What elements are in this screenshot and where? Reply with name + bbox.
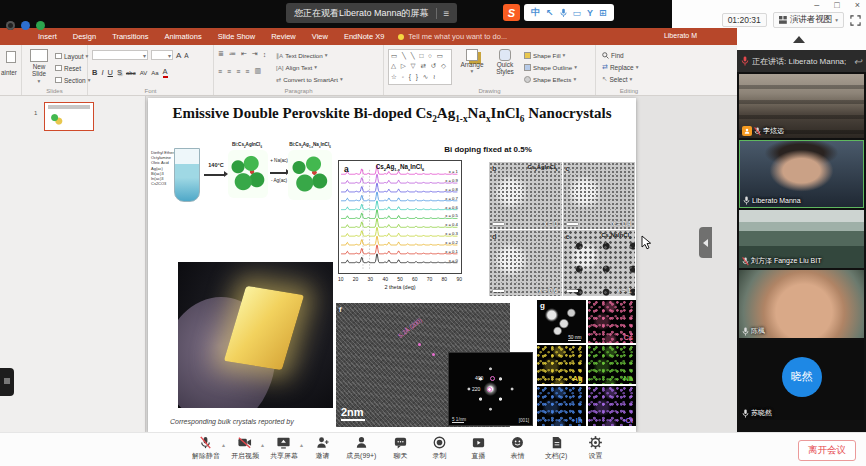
tab-design[interactable]: Design xyxy=(65,32,104,41)
scale-bar xyxy=(567,290,578,292)
participant-sidebar: 正在讲话: Liberato Manna; ↩ 李炫远 Liberato Man… xyxy=(737,50,866,432)
tab-endnote[interactable]: EndNote X9 xyxy=(336,32,392,41)
align-text-button[interactable]: [A]Align Text▾ xyxy=(276,61,343,73)
slide-thumbnail-panel[interactable]: 1 xyxy=(0,96,146,432)
numbering-button[interactable]: ≔ xyxy=(229,50,236,58)
members-button[interactable]: 成员(99+) xyxy=(342,435,381,461)
tab-review[interactable]: Review xyxy=(263,32,304,41)
chevron-down-icon: ▾ xyxy=(835,17,838,23)
participant-tile-3[interactable]: 刘方泽 Fangze Liu BIT xyxy=(739,210,864,268)
app-icon-dark[interactable] xyxy=(6,21,15,30)
slide-thumbnail-1[interactable] xyxy=(44,102,94,131)
slide-canvas[interactable]: Emissive Double Perovskite Bi-doped Cs2A… xyxy=(148,98,636,432)
ime-skin-icon[interactable]: Y xyxy=(587,8,593,18)
font-name-combobox[interactable]: ▾ xyxy=(92,50,148,60)
participant-name: 李炫远 xyxy=(763,126,784,136)
line-spacing-button[interactable]: ↕ xyxy=(263,51,267,58)
app-icon-blue[interactable] xyxy=(21,21,30,30)
edge-widget[interactable] xyxy=(0,368,14,396)
arrange-button[interactable]: Arrange▾ xyxy=(456,49,488,74)
ime-mic-icon[interactable] xyxy=(560,8,567,18)
invite-button[interactable]: 邀请 xyxy=(303,435,342,461)
tab-transitions[interactable]: Transitions xyxy=(104,32,156,41)
font-size-combobox[interactable]: ▾ xyxy=(151,50,173,60)
tab-slideshow[interactable]: Slide Show xyxy=(210,32,264,41)
bold-button[interactable]: B xyxy=(92,68,97,77)
sidebar-collapse-strip[interactable] xyxy=(737,30,866,50)
font-color-button[interactable]: A xyxy=(163,67,168,78)
text-shadow-button[interactable]: S xyxy=(117,68,122,77)
quick-styles-button[interactable]: Quick Styles xyxy=(488,49,522,75)
participant-tile-5[interactable]: 晓然 苏晓然 xyxy=(739,340,864,420)
settings-button[interactable]: 设置 xyxy=(576,435,615,461)
layout-button[interactable]: Layout▾ xyxy=(55,50,90,62)
fullscreen-icon[interactable] xyxy=(850,15,861,26)
tab-view[interactable]: View xyxy=(304,32,336,41)
replace-button[interactable]: ⇄Replace▾ xyxy=(602,61,639,73)
minimize-button[interactable]: – xyxy=(814,0,819,10)
account-name[interactable]: Liberato M xyxy=(664,32,697,39)
reset-button[interactable]: Reset xyxy=(55,62,90,74)
increase-font-button[interactable]: A xyxy=(176,51,181,60)
tell-me-box[interactable]: Tell me what you want to do... xyxy=(398,32,507,41)
docs-button[interactable]: 文档(2) xyxy=(537,435,576,461)
ime-cursor-icon[interactable]: ↖ xyxy=(546,8,554,18)
align-left-button[interactable]: ≡ xyxy=(218,68,222,75)
view-mode-dropdown[interactable]: 演讲者视图 ▾ xyxy=(773,12,844,28)
ime-grid-icon[interactable]: ⊞ xyxy=(599,8,607,18)
sidebar-collapse-handle[interactable] xyxy=(699,227,712,258)
indent-button[interactable]: ⇥ xyxy=(252,50,258,58)
outdent-button[interactable]: ⇤ xyxy=(241,50,247,58)
ime-keyboard-icon[interactable]: ▭ xyxy=(573,8,582,18)
ime-lang-icon[interactable]: 中 xyxy=(531,6,540,19)
align-right-button[interactable]: ≡ xyxy=(236,68,240,75)
mic-muted-icon xyxy=(742,257,749,266)
format-painter-label[interactable]: ainter xyxy=(1,69,17,76)
tab-insert[interactable]: Insert xyxy=(30,32,65,41)
justify-button[interactable]: ≡ xyxy=(245,68,249,75)
char-spacing-button[interactable]: AV xyxy=(140,70,148,76)
align-center-button[interactable]: ≡ xyxy=(227,68,231,75)
columns-button[interactable]: ▥ xyxy=(254,67,261,75)
find-button[interactable]: Find xyxy=(602,49,639,61)
tab-animations[interactable]: Animations xyxy=(157,32,210,41)
record-button[interactable]: 录制 xyxy=(420,435,459,461)
shape-fill-button[interactable]: Shape Fill▾ xyxy=(524,49,577,61)
shapes-gallery[interactable]: ▭ ╲ ╲ □ ○ ▭△ ▷ ▽ ⇄ ↺ ◇☆ ◦ { } ∿ ≀ xyxy=(388,49,452,85)
chat-button[interactable]: 聊天 xyxy=(381,435,420,461)
svg-text:x = 0: x = 0 xyxy=(449,258,459,263)
participant-tile-2-speaking[interactable]: Liberato Manna xyxy=(739,140,864,208)
close-button[interactable]: × xyxy=(855,0,860,10)
select-button[interactable]: ↖Select▾ xyxy=(602,73,639,85)
watching-banner[interactable]: 您正在观看Liberato Manna的屏幕 ≡ xyxy=(286,3,457,23)
underline-button[interactable]: U xyxy=(108,68,113,77)
live-button[interactable]: 直播 xyxy=(459,435,498,461)
emoji-button[interactable]: 表情 xyxy=(498,435,537,461)
section-button[interactable]: Section▾ xyxy=(55,74,90,86)
maximize-button[interactable]: □ xyxy=(834,0,839,10)
participant-tile-1[interactable]: 李炫远 xyxy=(739,74,864,138)
shape-effects-button[interactable]: Shape Effects▾ xyxy=(524,73,577,85)
strikethrough-button[interactable]: abc xyxy=(126,70,136,76)
app-icon-chart[interactable] xyxy=(36,21,45,30)
start-video-button[interactable]: 开启视频▴ xyxy=(225,435,264,461)
leave-meeting-button[interactable]: 离开会议 xyxy=(798,440,856,461)
sogou-ime-icon[interactable]: S xyxy=(503,4,520,21)
italic-button[interactable]: I xyxy=(101,68,103,77)
return-arrow-icon[interactable]: ↩ xyxy=(854,56,862,67)
shape-outline-button[interactable]: Shape Outline▾ xyxy=(524,61,577,73)
format-painter-icon[interactable] xyxy=(6,51,16,63)
convert-smartart-button[interactable]: ⇄Convert to SmartArt▾ xyxy=(276,73,343,85)
menu-icon[interactable]: ≡ xyxy=(444,8,450,19)
drawing-group: ▭ ╲ ╲ □ ○ ▭△ ▷ ▽ ⇄ ↺ ◇☆ ◦ { } ∿ ≀ Arrang… xyxy=(384,45,596,95)
text-direction-button[interactable]: ∥AText Direction▾ xyxy=(276,49,343,61)
eds-map-grid: g 50 nm Cs Ag Na In Cl xyxy=(537,300,636,426)
unmute-button[interactable]: 解除静音▴ xyxy=(186,435,225,461)
bullets-button[interactable]: ≣ xyxy=(218,50,224,58)
change-case-button[interactable]: Aa xyxy=(151,70,158,76)
new-slide-button[interactable]: New Slide ▾ xyxy=(26,49,52,84)
share-screen-button[interactable]: 共享屏幕▴ xyxy=(264,435,303,461)
ime-toolbar[interactable]: 中 ↖ ▭ Y ⊞ xyxy=(524,4,614,21)
participant-tile-4[interactable]: 陈楓 xyxy=(739,270,864,338)
decrease-font-button[interactable]: A xyxy=(184,52,188,59)
